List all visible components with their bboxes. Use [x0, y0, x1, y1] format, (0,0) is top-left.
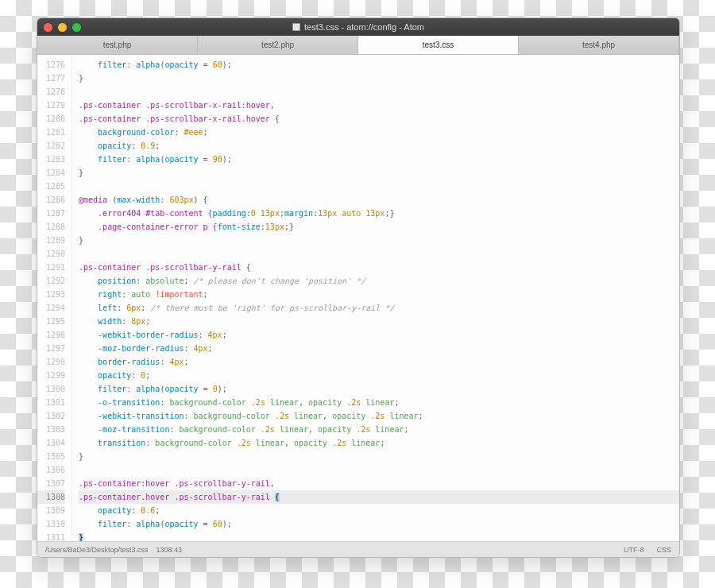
- line-number: 1309: [37, 504, 65, 517]
- code-line[interactable]: }: [79, 450, 679, 463]
- line-number: 1302: [37, 409, 65, 423]
- line-number: 1311: [37, 531, 65, 541]
- line-number: 1308: [37, 490, 65, 504]
- code-line[interactable]: -moz-transition: background-color .2s li…: [79, 423, 679, 436]
- code-area[interactable]: filter: alpha(opacity = 60);}.ps-contain…: [72, 55, 679, 541]
- line-number: 1285: [37, 180, 65, 193]
- code-line[interactable]: opacity: 0.6;: [79, 504, 679, 517]
- line-number: 1282: [37, 139, 65, 153]
- code-line[interactable]: .ps-container.hover .ps-scrollbar-y-rail…: [79, 490, 679, 504]
- code-line[interactable]: .ps-container .ps-scrollbar-y-rail {: [79, 261, 679, 274]
- line-number: 1294: [37, 301, 65, 315]
- line-number: 1299: [37, 369, 65, 382]
- line-number: 1298: [37, 355, 65, 369]
- line-number: 1293: [37, 288, 65, 301]
- line-number: 1287: [37, 207, 65, 220]
- line-number: 1289: [37, 234, 65, 247]
- code-line[interactable]: }: [79, 72, 679, 85]
- line-number: 1307: [37, 477, 65, 490]
- tab-test-php[interactable]: test.php: [37, 36, 198, 54]
- line-number: 1292: [37, 274, 65, 288]
- code-line[interactable]: right: auto !important;: [79, 288, 679, 301]
- language-indicator[interactable]: CSS: [656, 546, 671, 554]
- status-left: /Users/BaDe3/Desktop/test3.css 1308:43: [45, 546, 182, 554]
- code-line[interactable]: position: absolute; /* please don't chan…: [79, 274, 679, 288]
- line-number: 1284: [37, 166, 65, 180]
- line-number: 1304: [37, 436, 65, 450]
- line-number: 1281: [37, 126, 65, 139]
- code-line[interactable]: -o-transition: background-color .2s line…: [79, 396, 679, 409]
- line-number: 1303: [37, 423, 65, 436]
- code-line[interactable]: filter: alpha(opacity = 90);: [79, 153, 679, 166]
- code-line[interactable]: .ps-container .ps-scrollbar-x-rail:hover…: [79, 99, 679, 112]
- code-line[interactable]: filter: alpha(opacity = 0);: [79, 382, 679, 396]
- window-title: test3.css - atom://config - Atom: [37, 22, 679, 32]
- code-editor[interactable]: 1276127712781279128012811282128312841285…: [37, 55, 679, 541]
- line-number: 1276: [37, 58, 65, 72]
- code-line[interactable]: -webkit-transition: background-color .2s…: [79, 409, 679, 423]
- code-line[interactable]: transition: background-color .2s linear,…: [79, 436, 679, 450]
- tab-test2-php[interactable]: test2.php: [198, 36, 358, 54]
- code-line[interactable]: [79, 85, 679, 99]
- tab-test4-php[interactable]: test4.php: [519, 36, 679, 54]
- line-number: 1291: [37, 261, 65, 274]
- line-number: 1300: [37, 382, 65, 396]
- tab-test3-css[interactable]: test3.css: [358, 36, 519, 54]
- line-number: 1278: [37, 85, 65, 99]
- line-number: 1306: [37, 463, 65, 477]
- code-line[interactable]: border-radius: 4px;: [79, 355, 679, 369]
- css-file-icon: [292, 23, 300, 31]
- line-number: 1286: [37, 193, 65, 207]
- line-number: 1290: [37, 247, 65, 261]
- line-number: 1297: [37, 342, 65, 355]
- code-line[interactable]: .page-container-error p {font-size:13px;…: [79, 220, 679, 234]
- code-line[interactable]: background-color: #eee;: [79, 126, 679, 139]
- line-number: 1279: [37, 99, 65, 112]
- encoding-indicator[interactable]: UTF-8: [624, 546, 644, 554]
- code-line[interactable]: -webkit-border-radius: 4px;: [79, 328, 679, 342]
- titlebar: test3.css - atom://config - Atom: [37, 18, 679, 36]
- code-line[interactable]: }: [79, 531, 679, 541]
- line-number: 1288: [37, 220, 65, 234]
- line-number: 1301: [37, 396, 65, 409]
- line-number: 1277: [37, 72, 65, 85]
- code-line[interactable]: opacity: 0.9;: [79, 139, 679, 153]
- line-number-gutter: 1276127712781279128012811282128312841285…: [37, 55, 72, 541]
- line-number: 1305: [37, 450, 65, 463]
- code-line[interactable]: filter: alpha(opacity = 60);: [79, 517, 679, 531]
- line-number: 1295: [37, 315, 65, 328]
- line-number: 1283: [37, 153, 65, 166]
- file-path: /Users/BaDe3/Desktop/test3.css: [45, 546, 149, 554]
- code-line[interactable]: @media (max-width: 603px) {: [79, 193, 679, 207]
- code-line[interactable]: [79, 463, 679, 477]
- code-line[interactable]: [79, 247, 679, 261]
- code-line[interactable]: }: [79, 166, 679, 180]
- code-line[interactable]: left: 6px; /* there must be 'right' for …: [79, 301, 679, 315]
- line-number: 1296: [37, 328, 65, 342]
- code-line[interactable]: .error404 #tab-content {padding:0 13px;m…: [79, 207, 679, 220]
- code-line[interactable]: .ps-container .ps-scrollbar-x-rail.hover…: [79, 112, 679, 126]
- line-number: 1280: [37, 112, 65, 126]
- code-line[interactable]: }: [79, 234, 679, 247]
- status-bar: /Users/BaDe3/Desktop/test3.css 1308:43 U…: [37, 541, 679, 557]
- status-right: UTF-8 CSS: [624, 546, 671, 554]
- code-line[interactable]: filter: alpha(opacity = 60);: [79, 58, 679, 72]
- line-number: 1310: [37, 517, 65, 531]
- editor-window: test3.css - atom://config - Atom test.ph…: [37, 17, 680, 558]
- code-line[interactable]: opacity: 0;: [79, 369, 679, 382]
- cursor-position: 1308:43: [157, 546, 183, 554]
- tab-bar: test.phptest2.phptest3.csstest4.php: [37, 36, 679, 55]
- code-line[interactable]: [79, 180, 679, 193]
- code-line[interactable]: -moz-border-radius: 4px;: [79, 342, 679, 355]
- code-line[interactable]: width: 8px;: [79, 315, 679, 328]
- code-line[interactable]: .ps-container:hover .ps-scrollbar-y-rail…: [79, 477, 679, 490]
